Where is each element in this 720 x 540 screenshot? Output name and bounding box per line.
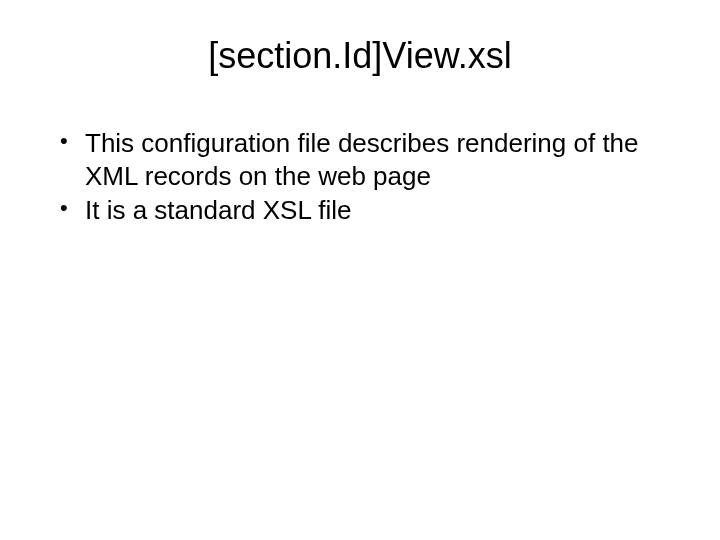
slide-container: [section.Id]View.xsl This configuration … <box>0 0 720 540</box>
bullet-list: This configuration file describes render… <box>40 127 680 227</box>
slide-title: [section.Id]View.xsl <box>40 35 680 77</box>
bullet-item: It is a standard XSL file <box>55 194 680 227</box>
bullet-item: This configuration file describes render… <box>55 127 680 192</box>
